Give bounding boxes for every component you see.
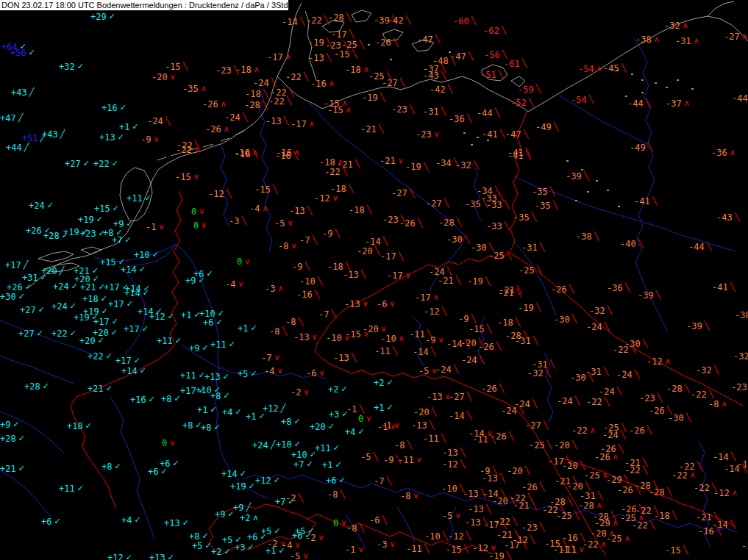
pressure-tendency-value: -19 — [467, 276, 483, 287]
pressure-tendency-icon: ∨ — [302, 551, 308, 560]
lake-dot — [641, 92, 644, 93]
pressure-tendency-icon: ✓ — [168, 312, 174, 321]
station-report: +1✓ — [374, 403, 393, 413]
station-report: +4✓ — [345, 428, 365, 437]
pressure-tendency-icon: ╲ — [263, 89, 268, 98]
pressure-tendency-value: -4 — [282, 540, 292, 550]
station-report: -19╲ — [362, 93, 385, 103]
station-report: -31╲ — [423, 107, 446, 117]
pressure-tendency-icon: ∧ — [277, 284, 283, 293]
station-report: -15╲ — [469, 325, 491, 334]
pressure-tendency-value: -22 — [632, 520, 648, 531]
station-report: +1✓ — [322, 461, 342, 470]
station-report: -43╲ — [423, 71, 446, 81]
pressure-tendency-value: +16 — [130, 395, 146, 405]
station-report: -19╲ — [518, 304, 541, 313]
pressure-tendency-icon: ╲ — [625, 283, 630, 292]
pressure-tendency-value: -12 — [737, 459, 748, 470]
pressure-tendency-icon: ╲ — [524, 129, 529, 139]
pressure-tendency-value: +9 — [215, 509, 225, 520]
pressure-tendency-icon: ∨ — [294, 540, 300, 550]
station-report: -6╲ — [369, 516, 387, 525]
station-report: -15╲ — [665, 546, 688, 556]
pressure-tendency-value: -13 — [482, 473, 498, 484]
pressure-tendency-value: -22 — [624, 465, 641, 475]
station-report: -12∨ — [314, 194, 338, 204]
station-report: -41╲ — [712, 283, 735, 292]
station-report: -61╲ — [504, 60, 527, 69]
pressure-tendency-value: +14 — [124, 288, 140, 298]
pressure-tendency-value: -26 — [478, 342, 494, 352]
pressure-tendency-value: -22 — [176, 145, 192, 155]
station-report: +9╱ — [233, 503, 251, 513]
pressure-tendency-icon: ∨ — [357, 545, 363, 554]
pressure-tendency-value: -13 — [289, 206, 305, 216]
station-report: -26╲ — [521, 483, 544, 492]
station-report: -32╲ — [455, 161, 478, 170]
pressure-tendency-icon: ✓ — [126, 553, 132, 560]
pressure-tendency-icon: ∨ — [169, 438, 175, 448]
pressure-tendency-value: -22 — [324, 167, 341, 177]
station-report: -27╲ — [525, 421, 548, 431]
station-report: -20╲ — [357, 247, 380, 256]
station-report: +10✓ — [276, 440, 301, 450]
pressure-tendency-icon: ✓ — [210, 405, 216, 414]
station-report: +12╱ — [263, 404, 285, 414]
pressure-tendency-icon: ╲ — [647, 426, 652, 435]
pressure-tendency-value: -5 — [290, 551, 300, 560]
pressure-tendency-icon: ╲ — [532, 399, 538, 409]
pressure-tendency-value: +10 — [134, 250, 150, 260]
pressure-tendency-icon: ╲ — [431, 347, 436, 356]
pressure-tendency-icon: ╲ — [165, 116, 171, 126]
pressure-tendency-value: +17 — [5, 260, 21, 270]
pressure-tendency-value: +2 — [328, 384, 338, 395]
pressure-tendency-value: -25 — [488, 251, 505, 261]
pressure-tendency-value: -17 — [380, 251, 396, 262]
station-report: -13╲ — [343, 270, 366, 280]
pressure-tendency-value: +24 — [51, 301, 68, 312]
pressure-tendency-icon: ∨ — [438, 335, 444, 345]
pressure-tendency-icon: ✓ — [250, 323, 257, 333]
station-report: -19╲ — [467, 277, 490, 287]
station-report: -27╲ — [382, 79, 405, 88]
pressure-tendency-value: +5 — [222, 535, 232, 545]
pressure-tendency-value: +20 — [310, 422, 326, 432]
station-report: -1∨ — [377, 423, 396, 432]
pressure-tendency-icon: ╱ — [24, 260, 29, 270]
pressure-tendency-value: -12 — [448, 531, 464, 542]
station-report: -26╲ — [478, 342, 501, 352]
pressure-tendency-value: -5 — [442, 511, 452, 521]
pressure-tendency-icon: ✓ — [124, 235, 131, 245]
pressure-tendency-value: -18 — [654, 511, 670, 521]
pressure-tendency-icon: ╲ — [532, 212, 537, 222]
station-report: -19╲ — [488, 552, 511, 560]
pressure-tendency-value: -23 — [639, 393, 655, 403]
station-report: -43╲ — [716, 213, 739, 223]
pressure-tendency-icon: ╲ — [430, 420, 435, 430]
station-report: -36╲ — [449, 115, 471, 124]
pressure-tendency-value: -17 — [504, 540, 520, 550]
pressure-tendency-value: -15 — [469, 324, 485, 334]
pressure-tendency-icon: ╲ — [241, 216, 246, 226]
station-report: -54∧ — [578, 65, 602, 74]
pressure-tendency-icon: ╲ — [393, 37, 399, 47]
pressure-tendency-value: -14 — [413, 347, 429, 357]
pressure-tendency-value: 0 — [191, 207, 196, 217]
pressure-tendency-value: -22 — [586, 397, 602, 407]
station-report: +56✓ — [10, 49, 35, 58]
river-line — [0, 412, 65, 454]
station-report: -12╲ — [424, 307, 446, 317]
station-report: -8╲ — [327, 490, 345, 500]
station-report: +22✓ — [93, 159, 118, 169]
pressure-tendency-icon: ╲ — [650, 520, 655, 530]
lake-dot — [477, 137, 479, 138]
pressure-tendency-value: +24 — [29, 201, 45, 211]
pressure-tendency-value: +15 — [100, 257, 116, 268]
pressure-tendency-icon: ∧ — [221, 99, 227, 109]
station-report: +19✓ — [78, 215, 103, 225]
pressure-tendency-icon: ✓ — [114, 462, 121, 471]
station-report: -25╲ — [519, 266, 541, 276]
station-report: -3╲ — [229, 217, 246, 226]
pressure-tendency-icon: ╲ — [730, 282, 735, 292]
station-report: 0∨ — [237, 257, 250, 267]
